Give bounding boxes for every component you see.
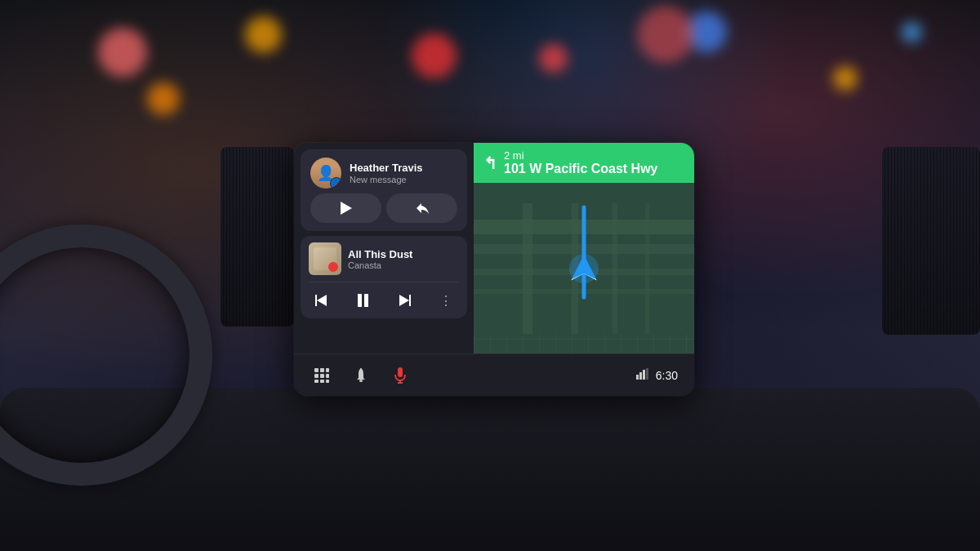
more-options-button[interactable]: ⋮ [434, 289, 457, 312]
svg-rect-15 [645, 203, 649, 334]
status-area: 6:30 [636, 368, 678, 382]
bokeh-circle [539, 44, 568, 73]
bokeh-circle [245, 16, 282, 53]
svg-rect-1 [315, 295, 317, 306]
speaker-grille-right [882, 147, 980, 335]
message-actions [310, 193, 457, 223]
svg-rect-27 [320, 380, 324, 383]
album-art [309, 242, 341, 275]
left-panel: 👤 Heather Travis New message [294, 143, 474, 353]
svg-rect-30 [398, 367, 403, 377]
screen-content: 👤 Heather Travis New message [294, 143, 694, 353]
nav-street: 101 W Pacific Coast Hwy [504, 162, 658, 176]
reply-message-button[interactable] [386, 193, 457, 223]
notifications-button[interactable] [350, 364, 372, 387]
svg-rect-23 [314, 374, 318, 378]
turn-arrow-icon: ↰ [483, 153, 497, 173]
bottom-left-icons [310, 364, 412, 387]
svg-rect-22 [326, 368, 329, 372]
message-header: 👤 Heather Travis New message [310, 158, 457, 189]
album-art-inner [314, 247, 336, 270]
track-title: All This Dust [348, 248, 412, 260]
svg-rect-28 [326, 380, 329, 383]
music-divider [309, 282, 459, 282]
message-label: New message [350, 175, 423, 184]
sender-name: Heather Travis [350, 162, 423, 176]
svg-rect-33 [636, 375, 639, 380]
svg-rect-21 [320, 368, 324, 372]
svg-rect-12 [523, 203, 532, 334]
svg-marker-6 [399, 295, 409, 306]
play-message-button[interactable] [310, 193, 381, 223]
clock-display: 6:30 [656, 369, 678, 382]
bottom-bar: 6:30 [294, 353, 694, 396]
svg-rect-36 [646, 368, 648, 380]
nav-text: 2 mi 101 W Pacific Coast Hwy [504, 149, 658, 176]
nav-distance: 2 mi [504, 149, 658, 162]
avatar: 👤 [310, 158, 341, 189]
svg-rect-24 [320, 374, 324, 378]
svg-rect-14 [612, 203, 617, 334]
avatar-face: 👤 [310, 158, 341, 189]
next-track-button[interactable] [393, 289, 416, 312]
bokeh-circle [833, 66, 858, 91]
music-header: All This Dust Canasta [309, 242, 459, 275]
bokeh-circle [637, 6, 694, 63]
svg-rect-3 [358, 294, 362, 307]
svg-point-29 [359, 380, 363, 382]
svg-marker-2 [317, 295, 327, 306]
microphone-button[interactable] [389, 364, 412, 387]
previous-track-button[interactable] [310, 289, 333, 312]
app-grid-button[interactable] [310, 364, 333, 387]
android-auto-screen: 👤 Heather Travis New message [294, 143, 694, 396]
bokeh-circle [412, 33, 457, 78]
music-card: All This Dust Canasta [301, 236, 467, 318]
svg-rect-35 [643, 370, 645, 380]
music-controls: ⋮ [309, 289, 459, 312]
map-panel: ↰ 2 mi 101 W Pacific Coast Hwy ✕ 28 min … [474, 143, 694, 353]
svg-rect-20 [314, 368, 318, 372]
svg-rect-4 [364, 294, 368, 307]
bokeh-circle [98, 28, 147, 77]
svg-rect-25 [326, 374, 329, 378]
svg-rect-34 [639, 372, 642, 380]
track-artist: Canasta [348, 260, 412, 270]
speaker-grille-left [220, 147, 294, 327]
music-info: All This Dust Canasta [348, 248, 412, 270]
bokeh-circle [902, 22, 922, 42]
bokeh-circle [147, 82, 180, 115]
signal-strength-icon [636, 368, 649, 382]
pause-button[interactable] [352, 289, 375, 312]
message-info: Heather Travis New message [350, 162, 423, 185]
svg-rect-5 [409, 295, 411, 306]
svg-marker-0 [341, 202, 352, 215]
navigation-header: ↰ 2 mi 101 W Pacific Coast Hwy [474, 143, 694, 183]
message-card: 👤 Heather Travis New message [301, 149, 467, 231]
svg-rect-26 [314, 380, 318, 383]
